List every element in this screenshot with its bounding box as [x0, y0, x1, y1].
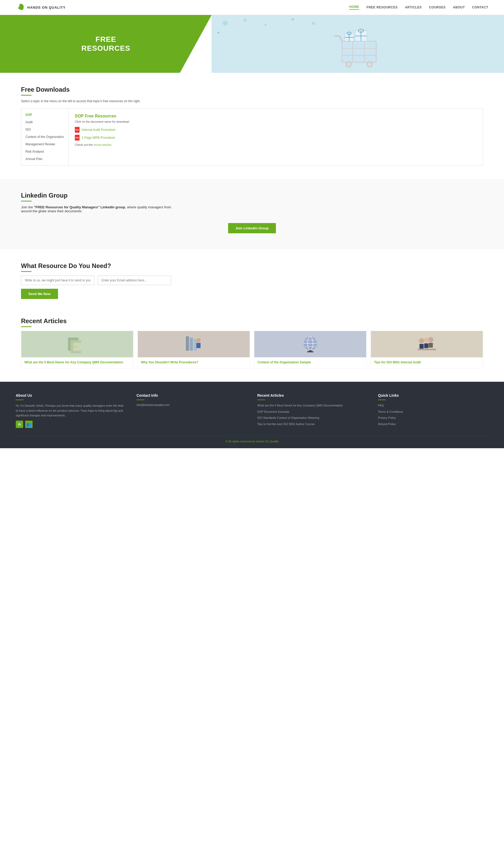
- nav-articles[interactable]: ARTICLES: [405, 6, 422, 9]
- footer-quick-link-0[interactable]: FAQ: [378, 403, 488, 408]
- svg-rect-37: [429, 343, 433, 347]
- logo-text: HANDS ON QUALITY: [27, 6, 66, 9]
- resource-text-input[interactable]: [21, 276, 95, 285]
- svg-rect-40: [418, 349, 436, 350]
- free-downloads-underline: [21, 95, 32, 96]
- resource-request-title: What Resource Do You Need?: [21, 262, 483, 269]
- article-img-0: [21, 331, 133, 357]
- hero-banner: FREE RESOURCES ❄ ❄ ❄ ✦ ❄ ✦: [0, 15, 504, 73]
- footer-quick-link-3[interactable]: Refund Policy: [378, 422, 488, 427]
- footer-about-text: Hi, I'm Danielle Volski. Perhaps you kno…: [16, 403, 126, 418]
- menu-item-risk[interactable]: Risk Analysis: [21, 148, 68, 155]
- pdf-icon-1: PDF: [75, 127, 79, 133]
- footer-contact-email: info@handsonquality.com: [136, 403, 247, 406]
- article-img-1: [138, 331, 250, 357]
- footer-quick-underline: [378, 399, 386, 400]
- articles-grid: What are the 5 Must Haves for Any Compan…: [21, 331, 483, 368]
- snowflake-3: ❄: [264, 23, 267, 27]
- article-title-2[interactable]: Context of the Organization Sample: [254, 357, 366, 368]
- recent-articles-section: Recent Articles What are the 5 Must Have…: [0, 312, 504, 382]
- send-me-now-button[interactable]: Send Me Now: [21, 289, 58, 299]
- download-link-1[interactable]: PDF Internal Audit Procedure: [75, 127, 476, 133]
- linkedin-social-icon[interactable]: in: [16, 421, 23, 428]
- svg-rect-39: [424, 343, 428, 348]
- downloads-menu: SOP Audit ISO Context of the Organizatio…: [21, 108, 68, 165]
- svg-rect-23: [190, 338, 193, 351]
- hero-right: ❄ ❄ ❄ ✦ ❄ ✦: [211, 15, 504, 73]
- article-card-3[interactable]: Tips for ISO 9001 Internal Audit: [371, 331, 483, 368]
- menu-item-mgmt[interactable]: Management Review: [21, 141, 68, 148]
- svg-rect-33: [307, 351, 314, 352]
- nav-about[interactable]: ABOUT: [453, 6, 465, 9]
- footer-about: About Us Hi, I'm Danielle Volski. Perhap…: [16, 393, 126, 428]
- svg-rect-22: [186, 336, 189, 351]
- menu-item-iso[interactable]: ISO: [21, 126, 68, 133]
- article-title-1[interactable]: Why You Shouldn't Write Procedures?: [138, 357, 250, 368]
- svg-point-34: [419, 338, 424, 343]
- resource-form-row: [21, 276, 483, 285]
- main-nav: HOME FREE RESOURCES ARTICLES COURSES ABO…: [349, 5, 488, 10]
- menu-item-annual[interactable]: Annual Plan: [21, 155, 68, 163]
- snowflake-5: ❄: [311, 20, 316, 26]
- free-downloads-subtitle: Select a topic in the menu on the left t…: [21, 99, 483, 103]
- svg-point-9: [367, 62, 372, 67]
- linkedin-underline: [21, 201, 32, 202]
- group-social-icon[interactable]: 👥: [25, 421, 33, 428]
- footer-article-link-0[interactable]: What are the 5 Must Haves for Any Compan…: [257, 403, 368, 408]
- recent-articles-title: Recent Articles: [21, 317, 483, 325]
- footer: About Us Hi, I'm Danielle Volski. Perhap…: [0, 382, 504, 448]
- svg-point-25: [196, 338, 200, 342]
- cart-illustration: [331, 20, 384, 67]
- svg-rect-26: [196, 343, 200, 348]
- menu-item-audit[interactable]: Audit: [21, 118, 68, 126]
- article-img-2: [254, 331, 366, 357]
- footer-contact-underline: [136, 399, 144, 400]
- article-card-0[interactable]: What are the 5 Must Haves for Any Compan…: [21, 331, 133, 368]
- recent-articles-link[interactable]: recent articles.: [94, 143, 112, 146]
- downloads-content-title: SOP Free Resources: [75, 114, 476, 118]
- snowflake-4: ✦: [290, 16, 295, 23]
- footer-quick-link-1[interactable]: Terms & Conditions: [378, 410, 488, 414]
- nav-home[interactable]: HOME: [349, 5, 359, 10]
- snowflake-6: ✦: [217, 31, 220, 35]
- footer-quick-link-2[interactable]: Privacy Policy: [378, 416, 488, 420]
- menu-item-context[interactable]: Context of the Organization: [21, 133, 68, 141]
- footer-quick-links: Quick Links FAQ Terms & Conditions Priva…: [378, 393, 488, 428]
- svg-rect-2: [342, 41, 376, 62]
- resource-email-input[interactable]: [98, 276, 171, 285]
- article-card-1[interactable]: Why You Shouldn't Write Procedures?: [138, 331, 250, 368]
- downloads-content: SOP Free Resources Click on the document…: [68, 108, 483, 165]
- downloads-recent: Check out the recent articles.: [75, 143, 476, 146]
- article-title-3[interactable]: Tips for ISO 9001 Internal Audit: [371, 357, 483, 368]
- download-link-2[interactable]: PDF 1-Page MRB Procedure: [75, 135, 476, 141]
- footer-article-link-2[interactable]: ISO Standards Context of Organization Me…: [257, 416, 368, 420]
- downloads-content-subtitle: Click on the document name for download:: [75, 120, 476, 123]
- footer-recent-title: Recent Articles: [257, 393, 368, 397]
- footer-social: in 👥: [16, 421, 126, 428]
- menu-item-sop[interactable]: SOP: [21, 111, 68, 118]
- recent-articles-underline: [21, 326, 32, 327]
- footer-grid: About Us Hi, I'm Danielle Volski. Perhap…: [16, 393, 488, 428]
- snowflake-2: ❄: [243, 18, 247, 23]
- nav-courses[interactable]: COURSES: [429, 6, 446, 9]
- footer-copyright: © All rights reserved by Hands On Qualit…: [225, 440, 278, 443]
- footer-article-link-3[interactable]: Tips to find the best ISO 9001 Author Co…: [257, 422, 368, 427]
- free-downloads-section: Free Downloads Select a topic in the men…: [0, 73, 504, 179]
- svg-point-8: [346, 62, 351, 67]
- footer-about-underline: [16, 399, 24, 400]
- article-title-0[interactable]: What are the 5 Must Haves for Any Compan…: [21, 357, 133, 368]
- pdf-icon-2: PDF: [75, 135, 79, 141]
- linkedin-join-button[interactable]: Join Linkedin Group: [228, 223, 276, 233]
- downloads-area: SOP Audit ISO Context of the Organizatio…: [21, 108, 483, 165]
- nav-free-resources[interactable]: FREE RESOURCES: [366, 6, 397, 9]
- svg-rect-35: [419, 344, 424, 349]
- article-img-3: [371, 331, 483, 357]
- footer-contact-title: Contact Info: [136, 393, 247, 397]
- nav-contact[interactable]: CONTACT: [472, 6, 488, 9]
- linkedin-desc: Join the "FREE Resources for Quality Man…: [21, 205, 178, 213]
- logo-area: HANDS ON QUALITY: [16, 3, 66, 12]
- svg-point-36: [428, 337, 434, 342]
- article-card-2[interactable]: Context of the Organization Sample: [254, 331, 366, 368]
- footer-article-link-1[interactable]: SOP Document Example: [257, 410, 368, 414]
- footer-quick-title: Quick Links: [378, 393, 488, 397]
